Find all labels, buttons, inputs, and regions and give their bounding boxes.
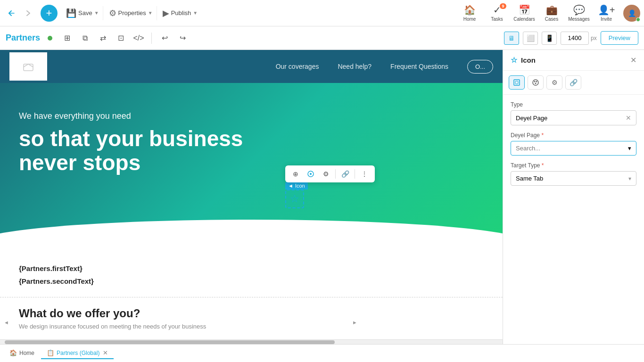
save-caret: ▼ [94, 10, 99, 16]
publish-action[interactable]: ▶ Publish ▼ [159, 6, 202, 20]
rp-tabs: ⚙ 🔗 [503, 71, 644, 95]
width-input-group: px [561, 32, 597, 45]
back-icon[interactable] [4, 6, 19, 21]
tab-partners-close[interactable]: ✕ [103, 349, 108, 356]
messages-icon: 💬 [573, 4, 585, 16]
invite-icon: 👤+ [598, 4, 615, 16]
nav-tasks[interactable]: ✓ 9 Tasks [485, 1, 509, 25]
right-panel: ☆ Icon ✕ ⚙ 🔗 [503, 50, 644, 344]
canvas-inner: Our coverages Need help? Frequent Questi… [0, 50, 503, 344]
tab-home[interactable]: 🏠 Home [4, 347, 40, 359]
target-type-value: Same Tab [516, 175, 543, 182]
publish-caret: ▼ [193, 10, 198, 16]
desktop-view-btn[interactable]: 🖥 [504, 32, 519, 45]
offer-title: What do we offer you? [19, 307, 484, 320]
add-button[interactable]: + [41, 5, 58, 22]
online-indicator [636, 17, 640, 22]
nav-help[interactable]: Need help? [338, 63, 372, 70]
redo-icon[interactable]: ↪ [175, 31, 190, 45]
hero-small-text: We have everything you need [19, 111, 484, 121]
ft-more-icon[interactable]: ⋮ [358, 167, 371, 181]
deyel-page-required: * [541, 132, 544, 139]
type-label: Type [511, 101, 636, 108]
second-toolbar: Partners ⊞ ⧉ ⇄ ⊡ </> ↩ ↪ 🖥 ⬜ 📱 px Previe… [0, 26, 644, 50]
rp-star-icon: ☆ [511, 56, 517, 65]
nav-faq[interactable]: Frequent Questions [390, 63, 448, 70]
site-nav: Our coverages Need help? Frequent Questi… [276, 60, 493, 74]
grid-icon[interactable]: ⊞ [60, 31, 74, 45]
rp-tab-settings[interactable]: ⚙ [546, 75, 562, 90]
undo-icon[interactable]: ↩ [157, 31, 172, 45]
svg-point-7 [536, 81, 537, 82]
icon-star-element[interactable]: ☆ [285, 189, 304, 208]
content-var2: {Partners.secondText} [19, 275, 484, 288]
target-type-select[interactable]: Same Tab ▾ [511, 171, 636, 186]
ft-move-icon[interactable]: ⊕ [289, 167, 302, 181]
nav-cases[interactable]: 💼 Cases [539, 1, 564, 25]
properties-caret: ▼ [148, 10, 153, 16]
type-select[interactable]: Deyel Page ✕ [511, 110, 636, 125]
nav-cta[interactable]: O... [467, 60, 493, 74]
svg-point-5 [533, 80, 538, 85]
tablet-view-btn[interactable]: ⬜ [523, 32, 538, 45]
rp-tab-link[interactable]: 🔗 [565, 75, 581, 90]
properties-action[interactable]: ⚙ Properties ▼ [105, 6, 157, 20]
ft-link-icon[interactable]: 🔗 [339, 167, 352, 181]
forward-icon[interactable] [21, 6, 36, 21]
search-dropdown-icon[interactable]: ▾ [628, 145, 631, 152]
rp-tab-move[interactable] [509, 75, 525, 90]
rp-close-button[interactable]: ✕ [630, 56, 636, 65]
canvas-area[interactable]: Our coverages Need help? Frequent Questi… [0, 50, 503, 344]
scroll-thumb[interactable] [5, 340, 335, 344]
tab-home-icon: 🏠 [9, 349, 17, 356]
width-input[interactable] [561, 32, 589, 45]
nav-home[interactable]: 🏠 Home [457, 1, 482, 25]
layers-icon[interactable]: ⧉ [78, 31, 92, 45]
save-action[interactable]: 💾 Save ▼ [62, 6, 103, 20]
type-clear-icon[interactable]: ✕ [626, 114, 631, 122]
ft-settings-icon[interactable]: ⚙ [319, 167, 332, 181]
code-icon[interactable]: </> [132, 31, 146, 45]
content-section: {Partners.firstText} {Partners.secondTex… [0, 248, 503, 297]
toolbar-left: + 💾 Save ▼ ⚙ Properties ▼ ▶ Publish ▼ [4, 5, 457, 22]
crop-icon[interactable]: ⊡ [114, 31, 128, 45]
preview-button[interactable]: Preview [601, 31, 638, 45]
tab-partners-label: Partners (Global) [57, 350, 99, 356]
hero-large-text: so that your business never stops [19, 127, 255, 174]
search-input[interactable] [516, 145, 628, 152]
target-type-label: Target Type * [511, 162, 636, 169]
icon-label-bar[interactable]: ◄ Icon [285, 182, 308, 189]
icon-caret-left: ◄ [288, 183, 293, 189]
avatar-container[interactable]: 👤 [623, 5, 640, 22]
tab-partners-icon: 📋 [47, 349, 54, 356]
ft-color-icon[interactable] [304, 167, 317, 181]
offer-subtitle: We design insurance focused on meeting t… [19, 323, 484, 330]
content-vars: {Partners.firstText} {Partners.secondTex… [19, 262, 484, 288]
toolbar-right: 🏠 Home ✓ 9 Tasks 📅 Calendars 💼 Cases 💬 M… [457, 1, 640, 25]
tab-partners[interactable]: 📋 Partners (Global) ✕ [41, 347, 114, 359]
rp-tab-palette[interactable] [528, 75, 544, 90]
type-value: Deyel Page [516, 115, 547, 122]
floating-toolbar: ⊕ ⚙ 🔗 ⋮ [285, 165, 375, 182]
mobile-view-btn[interactable]: 📱 [542, 32, 557, 45]
publish-icon: ▶ [163, 8, 169, 18]
deyel-page-search[interactable]: ▾ [511, 141, 636, 156]
navigate-icon[interactable]: ⇄ [96, 31, 110, 45]
tasks-badge: 9 [500, 3, 506, 9]
canvas-scrollbar[interactable] [0, 339, 503, 344]
bottom-bar: 🏠 Home 📋 Partners (Global) ✕ [0, 344, 644, 362]
nav-invite[interactable]: 👤+ Invite [594, 1, 619, 25]
target-type-dropdown-icon[interactable]: ▾ [628, 175, 631, 182]
home-icon: 🏠 [464, 4, 476, 16]
site-logo [9, 52, 47, 81]
nav-coverages[interactable]: Our coverages [276, 63, 319, 70]
target-type-required: * [542, 162, 544, 169]
site-header: Our coverages Need help? Frequent Questi… [0, 50, 503, 83]
icon-element[interactable]: ◄ Icon ☆ [285, 182, 308, 208]
svg-point-8 [535, 83, 537, 84]
rp-body: Type Deyel Page ✕ Deyel Page * ▾ Target … [503, 95, 644, 199]
save-icon: 💾 [66, 8, 76, 18]
nav-calendars[interactable]: 📅 Calendars [512, 1, 537, 25]
nav-messages[interactable]: 💬 Messages [567, 1, 591, 25]
svg-point-6 [534, 81, 536, 82]
